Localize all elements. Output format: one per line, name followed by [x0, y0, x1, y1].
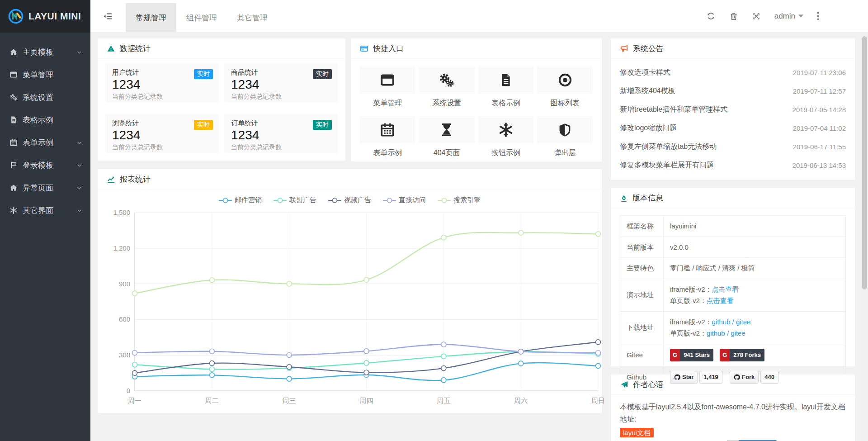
fullscreen-icon: [752, 12, 761, 21]
sidebar-item-label: 表单示例: [23, 138, 76, 148]
refresh-button[interactable]: [706, 11, 716, 21]
paper-plane-icon: [620, 380, 628, 389]
author-text: 本模板基于layui2.5.4以及font-awesome-4.7.0进行实现。…: [611, 395, 855, 441]
svg-text:周一: 周一: [128, 397, 142, 404]
legend-item[interactable]: 视频广告: [328, 196, 371, 204]
list-item[interactable]: 新增treetable插件和菜单管理样式2019-07-05 14:28: [620, 100, 846, 119]
version-table: 框架名称layuimini 当前版本v2.0.0 主要特色零门槛 / 响应式 /…: [620, 215, 846, 389]
gitee-stars-badge[interactable]: G941 Stars: [670, 349, 713, 361]
github-star-button[interactable]: Star 1,419: [670, 371, 722, 384]
sidebar-item-error-pages[interactable]: 异常页面: [0, 176, 90, 199]
quick-item-form-demo[interactable]: 表单示例: [360, 116, 415, 158]
download-link-github[interactable]: github: [707, 329, 725, 337]
row-value: v2.0.0: [664, 237, 846, 258]
table-row: 主要特色零门槛 / 响应式 / 清爽 / 极简: [620, 258, 846, 279]
list-item[interactable]: 修复多模块菜单栏展开有问题2019-06-13 14:53: [620, 156, 846, 175]
legend-marker-icon: [274, 197, 287, 204]
list-item[interactable]: 新增系统404模板2019-07-11 12:57: [620, 82, 846, 100]
calendar-icon: [9, 138, 18, 147]
sidebar-item-label: 系统设置: [23, 92, 82, 103]
table-row: 当前版本v2.0.0: [620, 237, 846, 258]
quick-item-menu-manage[interactable]: 菜单管理: [360, 66, 415, 108]
download-link-github[interactable]: github: [712, 318, 731, 326]
github-fork-button[interactable]: Fork 440: [730, 371, 778, 384]
sidebar: LAYUI MINI 主页模板 菜单管理 系统设置 表格示例 表单示例 登录模板: [0, 0, 90, 441]
caret-down-icon: [798, 14, 803, 18]
quick-item-button-demo[interactable]: 按钮示例: [478, 116, 534, 158]
user-menu[interactable]: admin: [774, 12, 803, 21]
sidebar-item-system-settings[interactable]: 系统设置: [0, 86, 90, 109]
download-link-gitee[interactable]: gitee: [736, 318, 751, 326]
quick-entries: 菜单管理 系统设置 表格示例 图标列表: [351, 59, 602, 162]
list-item[interactable]: 修改选项卡样式2019-07-11 23:06: [620, 63, 846, 82]
svg-text:周五: 周五: [437, 397, 450, 404]
sidebar-item-form-demo[interactable]: 表单示例: [0, 131, 90, 154]
logo-text: LAYUI MINI: [28, 11, 81, 22]
refresh-icon: [706, 11, 716, 21]
legend-item[interactable]: 直接访问: [383, 196, 426, 204]
panel-quick-entry: 快捷入口 菜单管理 系统设置 表格示例: [350, 38, 602, 162]
sidebar-item-table-demo[interactable]: 表格示例: [0, 109, 90, 131]
announcement-text: 新增系统404模板: [620, 86, 675, 96]
logo[interactable]: LAYUI MINI: [0, 0, 90, 33]
list-item[interactable]: 修改logo缩放问题2019-07-04 11:02: [620, 119, 846, 138]
legend-item[interactable]: 联盟广告: [274, 196, 316, 204]
tab-component-manage[interactable]: 组件管理: [176, 3, 227, 32]
quick-item-system-settings[interactable]: 系统设置: [419, 66, 475, 108]
author-line1: 本模板基于layui2.5.4以及font-awesome-4.7.0进行实现。…: [620, 401, 846, 425]
sidebar-item-login-template[interactable]: 登录模板: [0, 154, 90, 176]
demo-link-iframe[interactable]: 点击查看: [712, 285, 739, 293]
quick-item-popup-layer[interactable]: 弹出层: [537, 116, 593, 158]
collapse-menu-button[interactable]: [90, 0, 126, 32]
stat-card-users: 用户统计 1234 当前分类总记录数 实时: [105, 63, 219, 102]
row-label: 演示地址: [620, 279, 664, 311]
quick-item-404-page[interactable]: 404页面: [419, 116, 475, 158]
announcement-date: 2019-07-11 12:57: [793, 87, 846, 95]
file-icon: [9, 116, 18, 124]
list-item[interactable]: 修复左侧菜单缩放tab无法移动2019-06-17 11:55: [620, 138, 846, 156]
row-value: 零门槛 / 响应式 / 清爽 / 极简: [664, 258, 846, 279]
stat-subtitle: 当前分类总记录数: [112, 142, 212, 152]
announcement-date: 2019-07-11 23:06: [793, 69, 846, 76]
sidebar-item-other-ui[interactable]: 其它界面: [0, 199, 90, 222]
fullscreen-button[interactable]: [752, 12, 761, 21]
legend-item[interactable]: 邮件营销: [219, 196, 262, 204]
row-label: 主要特色: [620, 258, 664, 279]
legend-item[interactable]: 搜索引擎: [438, 196, 481, 204]
quick-item-icon-list[interactable]: 图标列表: [537, 66, 593, 108]
quick-label: 菜单管理: [360, 99, 415, 108]
sidebar-item-menu-manage[interactable]: 菜单管理: [0, 63, 90, 86]
panel-author-words: 作者心语 本模板基于layui2.5.4以及font-awesome-4.7.0…: [610, 374, 855, 441]
chevron-down-icon: [76, 162, 82, 168]
layui-doc-badge[interactable]: layui文档: [620, 428, 654, 437]
window-icon: [380, 72, 395, 88]
download-link-gitee[interactable]: gitee: [731, 329, 745, 337]
quick-label: 表单示例: [360, 148, 415, 158]
link-prefix: 单页版-v2：: [670, 297, 707, 304]
sidebar-item-label: 表格示例: [23, 115, 82, 125]
sidebar-item-home-template[interactable]: 主页模板: [0, 41, 90, 63]
panel-version-info: 版本信息 框架名称layuimini 当前版本v2.0.0 主要特色零门槛 / …: [610, 187, 855, 367]
tab-other-manage[interactable]: 其它管理: [227, 3, 278, 32]
link-prefix: iframe版-v2：: [670, 285, 712, 293]
more-menu-button[interactable]: [817, 12, 819, 20]
tab-general-manage[interactable]: 常规管理: [126, 3, 176, 32]
gears-icon: [9, 93, 18, 101]
svg-text:周日: 周日: [591, 397, 605, 404]
gitee-forks-badge[interactable]: G278 Forks: [720, 349, 764, 361]
file-icon: [499, 73, 513, 87]
scrollbar-thumb[interactable]: [862, 36, 867, 289]
status-badge: 实时: [313, 120, 332, 130]
page-scrollbar: [861, 33, 868, 441]
sidebar-item-label: 主页模板: [23, 47, 76, 57]
clear-cache-button[interactable]: [729, 12, 738, 21]
chevron-down-icon: [76, 140, 82, 146]
row-value: G941 Stars G278 Forks: [664, 344, 846, 366]
panel-title: 快捷入口: [373, 43, 404, 54]
demo-link-spa[interactable]: 点击查看: [707, 297, 734, 304]
announcement-text: 新增treetable插件和菜单管理样式: [620, 105, 727, 114]
link-prefix: 单页版-v2：: [670, 329, 707, 337]
bullhorn-icon: [620, 44, 628, 53]
legend-marker-icon: [219, 197, 232, 204]
quick-item-table-demo[interactable]: 表格示例: [478, 66, 534, 108]
